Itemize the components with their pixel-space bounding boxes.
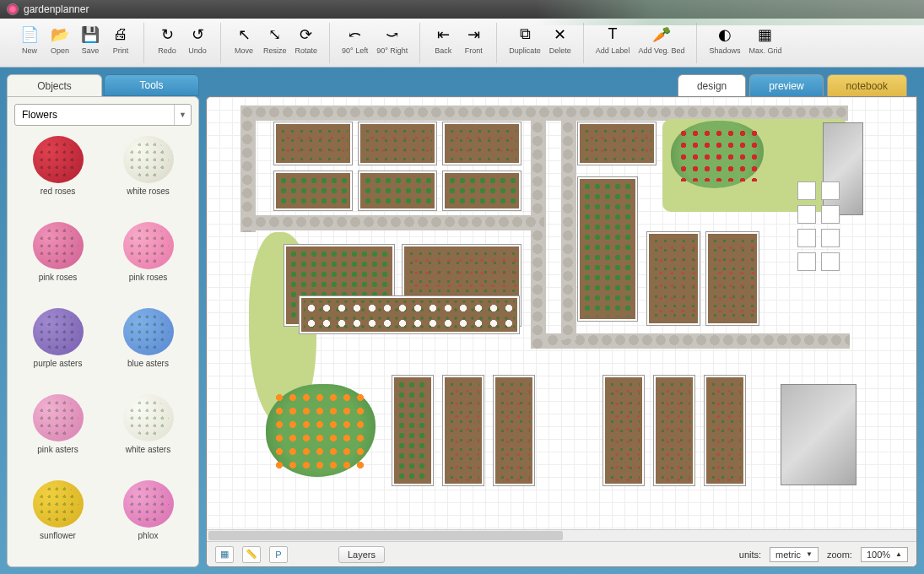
garden-path[interactable]	[240, 215, 544, 230]
palette-item-label: blue asters	[127, 359, 169, 368]
tab-tools[interactable]: Tools	[104, 74, 199, 96]
undo-icon: ↺	[187, 24, 208, 45]
save-button[interactable]: 💾Save	[76, 23, 105, 57]
palette-item-label: pink roses	[129, 273, 168, 282]
parking-icon[interactable]: P	[269, 546, 288, 563]
palette-item-pink-roses[interactable]: pink roses	[105, 219, 192, 301]
front-button[interactable]: ⇥Front	[459, 23, 488, 57]
palette-item-label: red roses	[41, 187, 76, 196]
rotate-button[interactable]: ⟳Rotate	[292, 23, 322, 57]
veg-bed[interactable]	[392, 376, 433, 485]
toolbar: 📄New📂Open💾Save🖨Print ↻Redo↺Undo ↖Move⤡Re…	[0, 19, 924, 68]
palette-item-label: phlox	[138, 531, 159, 540]
add-label-button[interactable]: TAdd Label	[592, 23, 634, 57]
garden-path[interactable]	[531, 121, 546, 349]
veg-bed[interactable]	[578, 122, 656, 165]
chevron-down-icon[interactable]: ▼	[174, 105, 191, 125]
units-select[interactable]: metric▼	[770, 547, 819, 562]
veg-bed[interactable]	[647, 232, 700, 325]
palette-item-purple-asters[interactable]: purple asters	[14, 305, 101, 387]
category-select[interactable]: Flowers ▼	[14, 104, 192, 126]
object-palette: red roseswhite rosespink rosespink roses…	[14, 133, 192, 560]
move-icon: ↖	[234, 24, 254, 45]
palette-item-red-roses[interactable]: red roses	[14, 133, 101, 215]
back-button[interactable]: ⇤Back	[429, 23, 457, 57]
resize-button[interactable]: ⤡Resize	[260, 23, 290, 57]
90-right-button[interactable]: ⤻90° Right	[373, 23, 411, 57]
tab-notebook[interactable]: notebook	[827, 74, 907, 96]
shed[interactable]	[781, 384, 856, 485]
palette-item-phlox[interactable]: phlox	[105, 477, 192, 560]
redo-icon: ↻	[157, 24, 177, 45]
zoom-label: zoom:	[827, 550, 852, 560]
print-button[interactable]: 🖨Print	[106, 23, 135, 57]
duplicate-icon: ⧉	[515, 24, 535, 45]
garden-path[interactable]	[546, 333, 850, 349]
layers-button[interactable]: Layers	[338, 546, 385, 563]
add-label-icon: T	[602, 24, 623, 45]
zoom-select[interactable]: 100%▲	[861, 547, 908, 562]
new-icon: 📄	[19, 24, 40, 45]
90-right-icon: ⤻	[382, 24, 403, 45]
front-icon: ⇥	[463, 24, 484, 45]
veg-bed[interactable]	[274, 122, 352, 165]
veg-bed[interactable]	[443, 122, 521, 165]
veg-bed[interactable]	[705, 376, 745, 485]
add-veg-bed-button[interactable]: 🥕Add Veg. Bed	[635, 23, 688, 57]
palette-item-blue-asters[interactable]: blue asters	[105, 305, 192, 387]
palette-item-white-asters[interactable]: white asters	[105, 391, 192, 474]
palette-item-white-roses[interactable]: white roses	[105, 133, 192, 215]
bush[interactable]	[671, 121, 764, 188]
veg-bed[interactable]	[443, 171, 521, 210]
move-button[interactable]: ↖Move	[230, 23, 258, 57]
ruler-icon[interactable]: 📏	[242, 546, 261, 563]
veg-bed[interactable]	[300, 296, 519, 333]
tab-preview[interactable]: preview	[749, 74, 823, 96]
app-title: gardenplanner	[24, 3, 89, 15]
duplicate-button[interactable]: ⧉Duplicate	[505, 23, 544, 57]
veg-bed[interactable]	[274, 171, 352, 210]
new-button[interactable]: 📄New	[15, 23, 44, 57]
open-icon: 📂	[50, 24, 70, 45]
canvas-panel: ▦ 📏 P Layers units: metric▼ zoom: 100%▲	[206, 96, 917, 567]
veg-bed[interactable]	[603, 376, 644, 485]
tab-objects[interactable]: Objects	[7, 74, 102, 96]
palette-item-pink-asters[interactable]: pink asters	[14, 391, 101, 474]
palette-item-pink-roses[interactable]: pink roses	[14, 219, 101, 301]
veg-bed[interactable]	[578, 177, 637, 321]
rotate-icon: ⟳	[296, 24, 316, 45]
veg-bed[interactable]	[443, 376, 484, 485]
veg-bed[interactable]	[706, 232, 759, 325]
decor-branch	[536, 0, 924, 25]
redo-button[interactable]: ↻Redo	[153, 23, 181, 57]
palette-item-label: sunflower	[40, 531, 76, 540]
add-veg-bed-icon: 🥕	[651, 24, 672, 45]
back-icon: ⇤	[433, 24, 453, 45]
palette-item-label: pink asters	[37, 445, 78, 454]
print-icon: 🖨	[111, 24, 131, 45]
palette-item-label: white asters	[126, 445, 170, 454]
90-left-button[interactable]: ⤺90° Left	[338, 23, 371, 57]
veg-bed[interactable]	[359, 171, 436, 210]
veg-bed[interactable]	[494, 376, 534, 485]
garden-border[interactable]	[240, 106, 256, 232]
undo-button[interactable]: ↺Undo	[183, 23, 212, 57]
open-button[interactable]: 📂Open	[46, 23, 74, 57]
max-grid-button[interactable]: ▦Max. Grid	[745, 23, 785, 57]
palette-item-sunflower[interactable]: sunflower	[14, 477, 101, 560]
veg-bed[interactable]	[654, 376, 694, 485]
category-value: Flowers	[15, 105, 174, 125]
veg-bed[interactable]	[359, 122, 436, 165]
delete-button[interactable]: ✕Delete	[546, 23, 575, 57]
status-bar: ▦ 📏 P Layers units: metric▼ zoom: 100%▲	[207, 541, 916, 566]
tab-design[interactable]: design	[678, 74, 746, 96]
max-grid-icon: ▦	[755, 24, 775, 45]
sidebar: Objects Tools Flowers ▼ red roseswhite r…	[7, 74, 199, 567]
paving-slabs[interactable]	[797, 181, 840, 271]
design-canvas[interactable]	[207, 97, 916, 529]
grid-toggle-icon[interactable]: ▦	[215, 546, 234, 563]
garden-path[interactable]	[561, 121, 576, 340]
shadows-button[interactable]: ◐Shadows	[705, 23, 743, 57]
bush[interactable]	[266, 384, 376, 477]
horizontal-scrollbar[interactable]	[207, 529, 916, 541]
